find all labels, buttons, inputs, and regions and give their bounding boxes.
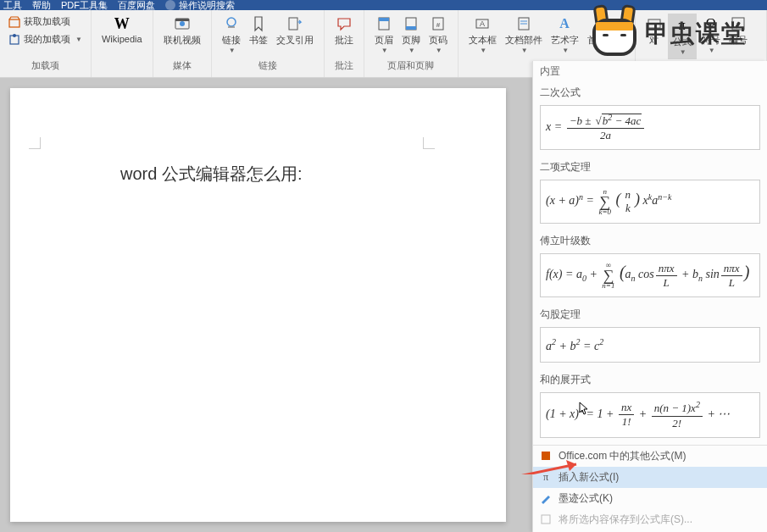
formula-fourier[interactable]: f(x) = a0 + ∞∑n=1 (an cosnπxL + bn sinnπ… — [540, 253, 760, 297]
formula-pythagoras[interactable]: a2 + b2 = c2 — [540, 327, 760, 363]
pagenum-icon: # — [430, 15, 447, 32]
office-formulas-menu[interactable]: Office.com 中的其他公式(M) — [533, 446, 767, 467]
header-button[interactable]: 页眉 ▼ — [371, 14, 397, 56]
menu-text: 将所选内容保存到公式库(S)... — [559, 513, 692, 527]
formula-category: 傅立叶级数 — [533, 230, 767, 252]
textbox-label: 文本框 — [469, 34, 497, 47]
formula-display: f(x) = a0 + ∞∑n=1 (an cosnπxL + bn sinnπ… — [546, 261, 749, 290]
menu-text: 插入新公式(I) — [559, 470, 619, 485]
office-icon — [540, 450, 552, 462]
ribbon-group-links: 链接 ▼ 书签 交叉引用 链接 — [212, 10, 325, 77]
formula-display: (x + a)n = n∑k=0 (nk) xkan−k — [546, 187, 671, 216]
chevron-down-icon: ▼ — [436, 47, 442, 54]
wordart-button[interactable]: A 艺术字 ▼ — [547, 14, 582, 56]
svg-rect-7 — [289, 18, 297, 30]
svg-rect-5 — [175, 19, 189, 21]
video-icon — [174, 15, 191, 32]
formula-display: (1 + x)n = 1 + nx1! + n(n − 1)x22! + ⋯ — [546, 400, 730, 429]
save-formula-menu: 将所选内容保存到公式库(S)... — [533, 509, 767, 530]
svg-text:#: # — [436, 21, 440, 29]
crossref-label: 交叉引用 — [276, 34, 314, 47]
formula-display: a2 + b2 = c2 — [546, 337, 603, 353]
formula-category: 勾股定理 — [533, 304, 767, 325]
svg-point-6 — [227, 18, 236, 26]
ribbon-group-addon: 获取加载项 我的加载项 ▼ 加载项 — [0, 10, 92, 77]
docparts-icon — [515, 15, 532, 32]
wikipedia-button[interactable]: W Wikipedia — [98, 14, 146, 46]
formula-panel-footer: Office.com 中的其他公式(M) π 插入新公式(I) 墨迹公式(K) … — [533, 445, 767, 530]
pi-icon: π — [540, 471, 552, 483]
pen-icon — [540, 492, 552, 504]
pagenum-button[interactable]: # 页码 ▼ — [425, 14, 451, 56]
comment-group-label: 批注 — [331, 58, 357, 74]
bookmark-label: 书签 — [249, 34, 268, 47]
wordart-label: 艺术字 — [551, 34, 579, 47]
docparts-label: 文档部件 — [505, 34, 542, 47]
crossref-icon — [286, 15, 303, 32]
hf-group-label: 页眉和页脚 — [371, 58, 451, 74]
chevron-down-icon: ▼ — [381, 47, 388, 54]
formula-category: 二项式定理 — [533, 157, 767, 178]
ribbon-group-comment: 批注 批注 — [325, 10, 364, 77]
insert-new-formula-menu[interactable]: π 插入新公式(I) — [533, 467, 767, 488]
footer-icon — [403, 15, 420, 32]
svg-rect-9 — [379, 18, 389, 21]
document-page[interactable]: word 公式编辑器怎么用: — [10, 88, 506, 522]
video-button[interactable]: 联机视频 — [160, 14, 204, 48]
svg-text:A: A — [480, 19, 485, 28]
formula-sum-expand[interactable]: (1 + x)n = 1 + nx1! + n(n − 1)x22! + ⋯ — [540, 392, 760, 437]
pagenum-label: 页码 — [429, 34, 447, 47]
ribbon-group-hf: 页眉 ▼ 页脚 ▼ # 页码 ▼ 页眉和页脚 — [364, 10, 459, 77]
ink-formula-menu[interactable]: 墨迹公式(K) — [533, 488, 767, 509]
menu-bar: 工具 帮助 PDF工具集 百度网盘 操作说明搜索 — [0, 0, 767, 10]
comment-button[interactable]: 批注 — [331, 14, 357, 48]
menu-text: 墨迹公式(K) — [559, 491, 613, 506]
watermark-text: 甲虫课堂 — [645, 18, 747, 50]
store-icon — [8, 16, 20, 28]
media-group-label: 媒体 — [160, 58, 204, 74]
ribbon-group-wikipedia: W Wikipedia — [92, 10, 153, 77]
comment-label: 批注 — [335, 34, 353, 47]
chevron-down-icon: ▼ — [229, 47, 236, 54]
docparts-button[interactable]: 文档部件 ▼ — [502, 14, 546, 56]
textbox-button[interactable]: A 文本框 ▼ — [465, 14, 500, 56]
textbox-icon: A — [474, 15, 491, 32]
my-addon-button[interactable]: 我的加载项 ▼ — [7, 31, 84, 47]
svg-rect-27 — [542, 515, 550, 524]
footer-button[interactable]: 页脚 ▼ — [398, 14, 424, 56]
svg-point-4 — [180, 21, 185, 26]
my-addon-label: 我的加载项 — [24, 33, 70, 46]
wikipedia-group-label — [98, 60, 146, 74]
crossref-button[interactable]: 交叉引用 — [273, 14, 317, 48]
chevron-down-icon: ▼ — [75, 36, 82, 43]
watermark-logo — [591, 10, 638, 58]
save-icon — [540, 513, 552, 525]
formula-category: 和的展开式 — [533, 369, 767, 391]
formula-binomial[interactable]: (x + a)n = n∑k=0 (nk) xkan−k — [540, 180, 760, 224]
ribbon-group-media: 联机视频 媒体 — [153, 10, 212, 77]
wikipedia-label: Wikipedia — [102, 34, 142, 44]
bookmark-button[interactable]: 书签 — [246, 14, 271, 48]
document-text: word 公式编辑器怎么用: — [120, 163, 396, 186]
margin-corner — [29, 137, 41, 149]
svg-point-2 — [13, 34, 16, 37]
svg-rect-26 — [542, 452, 550, 460]
link-button[interactable]: 链接 ▼ — [219, 14, 244, 56]
formula-display: x = −b ± b2 − 4ac2a — [546, 113, 646, 142]
panel-section-header: 内置 — [533, 61, 767, 82]
chevron-down-icon: ▼ — [562, 47, 569, 54]
chevron-down-icon: ▼ — [480, 47, 486, 54]
links-group-label: 链接 — [219, 58, 317, 74]
wikipedia-icon: W — [114, 15, 131, 32]
header-label: 页眉 — [375, 34, 393, 47]
header-icon — [375, 15, 392, 32]
svg-rect-0 — [9, 19, 19, 27]
bookmark-icon — [250, 15, 267, 32]
formula-quadratic[interactable]: x = −b ± b2 − 4ac2a — [540, 105, 760, 150]
wordart-icon: A — [556, 15, 573, 32]
get-addon-label: 获取加载项 — [24, 15, 70, 28]
formula-dropdown-panel: 内置 二次公式 x = −b ± b2 − 4ac2a 二项式定理 (x + a… — [532, 61, 767, 532]
video-label: 联机视频 — [164, 34, 201, 47]
comment-icon — [336, 15, 353, 32]
get-addon-button[interactable]: 获取加载项 — [7, 14, 72, 30]
